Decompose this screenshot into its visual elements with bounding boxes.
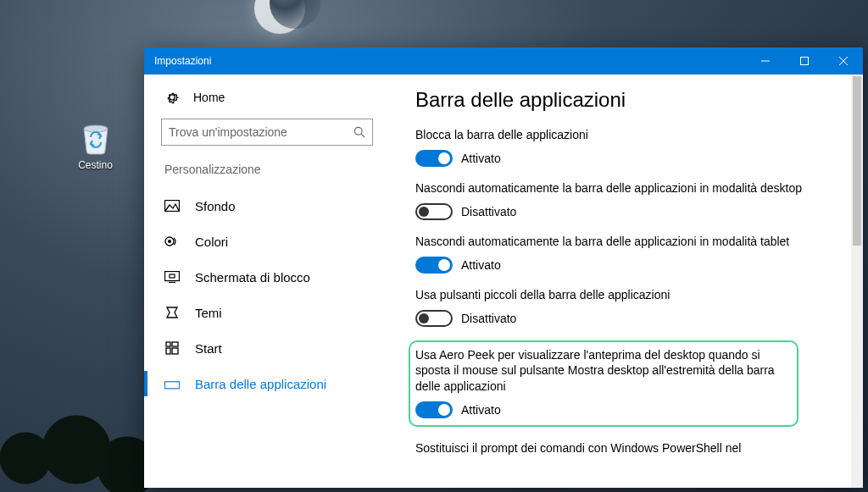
sidebar-item-schermata-di-blocco[interactable]: Schermata di blocco: [161, 259, 373, 295]
settings-window: Impostazioni Home Trova un'impostazione …: [144, 47, 863, 488]
setting-label: Sostituisci il prompt dei comandi con Wi…: [415, 440, 805, 456]
search-placeholder: Trova un'impostazione: [169, 125, 353, 139]
close-icon: [839, 57, 848, 65]
setting-label: Usa Aero Peek per visualizzare l'antepri…: [415, 347, 790, 395]
barra-delle-applicazioni-icon: [164, 376, 180, 391]
svg-rect-10: [165, 272, 180, 281]
gear-icon: [164, 90, 180, 105]
content-pane: Barra delle applicazioni Blocca la barra…: [390, 75, 863, 488]
scrollbar[interactable]: [851, 75, 863, 488]
sfondo-icon: [164, 198, 180, 213]
trees-decoration: [0, 238, 153, 492]
sidebar-item-label: Sfondo: [195, 199, 236, 213]
setting-label: Nascondi automaticamente la barra delle …: [415, 180, 805, 196]
sidebar: Home Trova un'impostazione Personalizzaz…: [144, 75, 390, 488]
close-button[interactable]: [824, 47, 863, 75]
setting-3: Usa pulsanti piccoli della barra delle a…: [415, 287, 805, 327]
sidebar-item-sfondo[interactable]: Sfondo: [161, 188, 373, 224]
svg-rect-2: [801, 58, 809, 65]
titlebar[interactable]: Impostazioni: [144, 47, 863, 75]
colori-icon: [164, 234, 180, 249]
svg-rect-7: [165, 201, 180, 212]
search-input[interactable]: Trova un'impostazione: [161, 119, 373, 146]
svg-point-9: [168, 240, 171, 243]
toggle-state: Disattivato: [461, 312, 516, 325]
sidebar-item-label: Temi: [195, 306, 222, 320]
svg-rect-12: [170, 274, 175, 278]
page-title: Barra delle applicazioni: [415, 88, 854, 112]
svg-line-6: [361, 134, 364, 137]
toggle-3[interactable]: [415, 310, 453, 327]
svg-rect-17: [164, 382, 179, 389]
nav-list: SfondoColoriSchermata di bloccoTemiStart…: [161, 188, 373, 401]
sidebar-item-label: Barra delle applicazioni: [195, 377, 326, 391]
toggle-state: Attivato: [461, 403, 501, 417]
sidebar-item-label: Start: [195, 341, 222, 356]
maximize-icon: [800, 57, 809, 65]
start-icon: [164, 340, 180, 356]
toggle-4[interactable]: [415, 401, 453, 418]
svg-point-5: [354, 127, 362, 135]
sidebar-item-colori[interactable]: Colori: [161, 224, 373, 259]
setting-0: Blocca la barra delle applicazioniAttiva…: [415, 127, 805, 167]
minimize-icon: [761, 57, 770, 65]
svg-point-0: [84, 125, 108, 132]
temi-icon: [164, 305, 180, 320]
toggle-2[interactable]: [415, 257, 453, 274]
toggle-state: Attivato: [461, 152, 501, 165]
toggle-state: Attivato: [461, 258, 501, 272]
moon-decoration: [254, 0, 305, 34]
setting-label: Blocca la barra delle applicazioni: [415, 127, 805, 143]
home-link[interactable]: Home: [164, 90, 373, 105]
home-label: Home: [193, 91, 225, 104]
setting-2: Nascondi automaticamente la barra delle …: [415, 234, 805, 274]
window-title: Impostazioni: [154, 55, 211, 67]
svg-rect-14: [172, 342, 178, 346]
recycle-bin-label: Cestino: [64, 159, 127, 171]
setting-4: Usa Aero Peek per visualizzare l'antepri…: [409, 340, 798, 428]
setting-5: Sostituisci il prompt dei comandi con Wi…: [415, 440, 805, 456]
schermata-di-blocco-icon: [164, 269, 180, 285]
toggle-0[interactable]: [415, 150, 453, 167]
setting-1: Nascondi automaticamente la barra delle …: [415, 180, 805, 220]
sidebar-item-start[interactable]: Start: [161, 330, 373, 366]
sidebar-item-temi[interactable]: Temi: [161, 295, 373, 330]
search-icon: [353, 126, 365, 138]
svg-rect-15: [166, 348, 170, 354]
setting-label: Usa pulsanti piccoli della barra delle a…: [415, 287, 805, 303]
svg-rect-16: [172, 348, 178, 354]
maximize-button[interactable]: [785, 47, 824, 75]
sidebar-item-barra-delle-applicazioni[interactable]: Barra delle applicazioni: [161, 366, 373, 401]
toggle-state: Disattivato: [461, 205, 516, 218]
sidebar-item-label: Colori: [195, 235, 228, 249]
toggle-1[interactable]: [415, 203, 453, 220]
sidebar-item-label: Schermata di blocco: [195, 270, 310, 285]
minimize-button[interactable]: [746, 47, 785, 75]
recycle-bin-icon: [77, 119, 114, 156]
recycle-bin[interactable]: Cestino: [64, 119, 127, 171]
svg-rect-13: [166, 342, 170, 346]
category-label: Personalizzazione: [164, 163, 373, 176]
setting-label: Nascondi automaticamente la barra delle …: [415, 234, 805, 250]
